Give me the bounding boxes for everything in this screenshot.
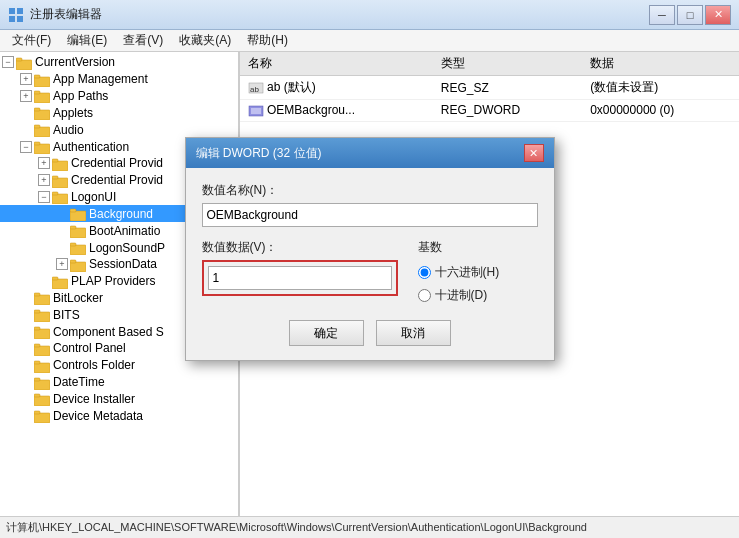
svg-rect-23 [70, 209, 76, 212]
base-label: 基数 [418, 239, 538, 256]
menu-file[interactable]: 文件(F) [4, 30, 59, 51]
dialog-title-bar: 编辑 DWORD (32 位值) ✕ [186, 138, 554, 168]
tree-label: LogonUI [71, 190, 116, 204]
tree-item-datetime[interactable]: DateTime [0, 374, 238, 391]
cancel-button[interactable]: 取消 [376, 320, 451, 346]
radio-hex[interactable]: 十六进制(H) [418, 264, 538, 281]
svg-rect-36 [34, 329, 50, 339]
minimize-button[interactable]: ─ [649, 5, 675, 25]
window-controls: ─ □ ✕ [649, 5, 731, 25]
status-bar: 计算机\HKEY_LOCAL_MACHINE\SOFTWARE\Microsof… [0, 516, 739, 538]
col-data: 数据 [582, 52, 739, 76]
folder-icon [34, 89, 53, 104]
tree-item-app-management[interactable]: + App Management [0, 71, 238, 88]
tree-expand-icon[interactable]: − [20, 141, 32, 153]
svg-rect-9 [34, 91, 40, 94]
folder-icon [52, 156, 71, 171]
radio-dec-label: 十进制(D) [435, 287, 488, 304]
folder-icon [70, 257, 89, 272]
menu-bar: 文件(F) 编辑(E) 查看(V) 收藏夹(A) 帮助(H) [0, 30, 739, 52]
cell-name: abab (默认) [240, 76, 433, 100]
tree-expand-icon[interactable]: + [38, 157, 50, 169]
svg-rect-46 [34, 413, 50, 423]
menu-view[interactable]: 查看(V) [115, 30, 171, 51]
svg-rect-45 [34, 394, 40, 397]
radio-hex-input[interactable] [418, 266, 431, 279]
tree-item-applets[interactable]: Applets [0, 104, 238, 121]
col-name: 名称 [240, 52, 433, 76]
tree-item-device-installer[interactable]: Device Installer [0, 391, 238, 408]
folder-icon [34, 324, 53, 339]
folder-icon [34, 358, 53, 373]
tree-expand-icon[interactable]: + [20, 90, 32, 102]
svg-rect-25 [70, 226, 76, 229]
close-button[interactable]: ✕ [705, 5, 731, 25]
svg-rect-2 [9, 16, 15, 22]
tree-label: App Management [53, 72, 148, 86]
cell-type: REG_DWORD [433, 100, 582, 122]
dialog-value-row: 数值数据(V)： 基数 十六进制(H) 十进制(D) [202, 239, 538, 304]
tree-label: Credential Provid [71, 173, 163, 187]
registry-table: 名称 类型 数据 abab (默认)REG_SZ(数值未设置)OEMBackgr… [240, 52, 739, 122]
cell-name: OEMBackgrou... [240, 100, 433, 122]
tree-expand-icon[interactable]: − [38, 191, 50, 203]
radio-dec-input[interactable] [418, 289, 431, 302]
svg-rect-32 [34, 295, 50, 305]
svg-rect-4 [16, 60, 32, 70]
svg-rect-18 [52, 178, 68, 188]
svg-rect-29 [70, 260, 76, 263]
menu-favorites[interactable]: 收藏夹(A) [171, 30, 239, 51]
value-input[interactable] [208, 266, 392, 290]
svg-rect-38 [34, 346, 50, 356]
cell-data: (数值未设置) [582, 76, 739, 100]
tree-item-audio[interactable]: Audio [0, 121, 238, 138]
menu-edit[interactable]: 编辑(E) [59, 30, 115, 51]
tree-label: Audio [53, 123, 84, 137]
radio-hex-label: 十六进制(H) [435, 264, 500, 281]
tree-item-app-paths[interactable]: + App Paths [0, 88, 238, 105]
svg-rect-44 [34, 396, 50, 406]
tree-expand-icon[interactable]: + [38, 174, 50, 186]
dialog-body: 数值名称(N)： 数值数据(V)： 基数 十六进制(H) [186, 168, 554, 360]
dialog-title: 编辑 DWORD (32 位值) [196, 145, 322, 162]
base-radio-group: 十六进制(H) 十进制(D) [418, 264, 538, 304]
table-row[interactable]: abab (默认)REG_SZ(数值未设置) [240, 76, 739, 100]
svg-rect-17 [52, 159, 58, 162]
svg-rect-22 [70, 211, 86, 221]
svg-rect-13 [34, 125, 40, 128]
folder-icon [52, 190, 71, 205]
tree-item-current-version[interactable]: − CurrentVersion [0, 54, 238, 71]
ok-button[interactable]: 确定 [289, 320, 364, 346]
svg-rect-10 [34, 110, 50, 120]
svg-rect-8 [34, 93, 50, 103]
svg-rect-5 [16, 58, 22, 61]
dialog-close-button[interactable]: ✕ [524, 144, 544, 162]
status-path: 计算机\HKEY_LOCAL_MACHINE\SOFTWARE\Microsof… [6, 520, 587, 535]
svg-rect-51 [251, 108, 261, 114]
svg-rect-3 [17, 16, 23, 22]
tree-expand-icon[interactable]: + [20, 73, 32, 85]
folder-icon [34, 291, 53, 306]
folder-icon [34, 122, 53, 137]
menu-help[interactable]: 帮助(H) [239, 30, 296, 51]
window-title: 注册表编辑器 [30, 6, 649, 23]
folder-icon [34, 72, 53, 87]
edit-dword-dialog[interactable]: 编辑 DWORD (32 位值) ✕ 数值名称(N)： 数值数据(V)： 基数 [185, 137, 555, 361]
tree-item-device-metadata[interactable]: Device Metadata [0, 407, 238, 424]
maximize-button[interactable]: □ [677, 5, 703, 25]
tree-label: Controls Folder [53, 358, 135, 372]
folder-icon [70, 223, 89, 238]
svg-rect-41 [34, 361, 40, 364]
svg-rect-24 [70, 228, 86, 238]
folder-icon [52, 274, 71, 289]
tree-expand-icon[interactable]: + [56, 258, 68, 270]
svg-rect-16 [52, 161, 68, 171]
table-row[interactable]: OEMBackgrou...REG_DWORD0x00000000 (0) [240, 100, 739, 122]
name-input[interactable] [202, 203, 538, 227]
app-icon [8, 7, 24, 23]
tree-label: DateTime [53, 375, 105, 389]
radio-dec[interactable]: 十进制(D) [418, 287, 538, 304]
svg-text:ab: ab [250, 85, 259, 94]
svg-rect-30 [52, 279, 68, 289]
tree-expand-icon[interactable]: − [2, 56, 14, 68]
